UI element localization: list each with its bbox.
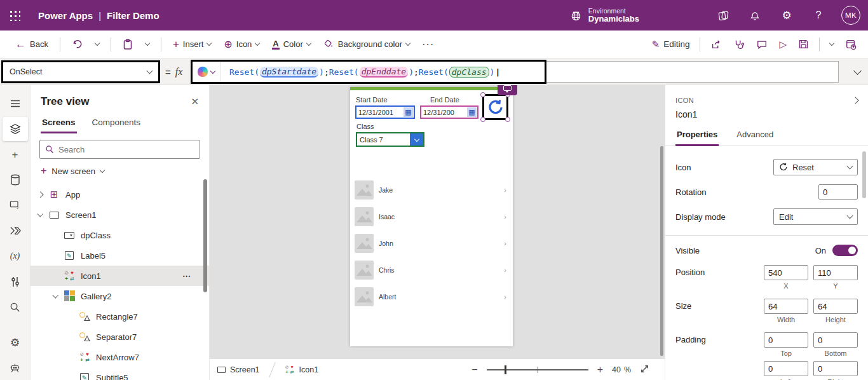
gallery-item[interactable]: Albert ›: [350, 283, 513, 310]
tree-item[interactable]: ⊞ ✎ ⊘♥+⇄ Icon1 ⋯: [31, 266, 209, 286]
tab-screens[interactable]: Screens: [41, 114, 77, 133]
rail-tree-view-icon[interactable]: [3, 117, 28, 141]
search-input[interactable]: [58, 145, 194, 154]
rail-advanced-tools-icon[interactable]: [3, 269, 28, 294]
publish-button[interactable]: [840, 35, 862, 54]
tree-item[interactable]: ⊞ ✎ ⊘♥+⇄ NextArrow7 ⋯: [31, 347, 209, 367]
insert-button[interactable]: + Insert: [168, 34, 216, 55]
visible-toggle[interactable]: [832, 245, 858, 256]
gallery-item[interactable]: Jake ›: [350, 177, 513, 203]
reset-icon-control-selected[interactable]: [482, 94, 508, 120]
comments-button[interactable]: [751, 35, 773, 54]
background-color-button[interactable]: Background color: [318, 35, 415, 53]
expand-chevron-icon[interactable]: [38, 214, 48, 216]
preview-play-button[interactable]: ▷: [774, 35, 792, 54]
zoom-slider[interactable]: [487, 369, 588, 370]
tab-advanced[interactable]: Advanced: [735, 127, 775, 146]
copilot-formula-button[interactable]: [193, 62, 220, 82]
tree-search-box[interactable]: [39, 140, 200, 159]
icon-dropdown[interactable]: Reset: [773, 159, 858, 175]
next-arrow-icon[interactable]: ›: [504, 293, 506, 301]
next-arrow-icon[interactable]: ›: [504, 213, 506, 221]
undo-menu-chevron[interactable]: [90, 39, 104, 49]
tree-item[interactable]: ⊞ ✎ ⊘♥+⇄ Subtitle5 ⋯: [31, 367, 209, 380]
rotation-input[interactable]: [818, 184, 858, 200]
panel-scrollbar[interactable]: [862, 151, 866, 198]
padding-top-input[interactable]: [764, 332, 808, 348]
rail-media-icon[interactable]: ♪: [3, 193, 28, 217]
start-date-picker[interactable]: 12/31/2001 ▦: [355, 105, 415, 119]
notifications-bell-icon[interactable]: [746, 6, 764, 24]
paste-button[interactable]: [118, 35, 138, 54]
rail-variables-icon[interactable]: (x): [3, 244, 28, 268]
help-icon[interactable]: ?: [810, 6, 827, 24]
tree-item[interactable]: ⊞ ✎ ⊘♥+⇄ Rectangle7 ⋯: [31, 306, 209, 327]
next-arrow-icon[interactable]: ›: [504, 186, 506, 194]
fit-to-window-icon[interactable]: [640, 364, 649, 376]
app-checker-button[interactable]: [728, 35, 750, 54]
undo-button[interactable]: [67, 35, 88, 53]
color-button[interactable]: A Color: [267, 36, 315, 53]
end-date-picker[interactable]: 12/31/200 ▦: [420, 105, 478, 119]
zoom-in-button[interactable]: +: [597, 364, 603, 376]
formula-highlight-box[interactable]: Reset(dpStartdate);Reset(dpEnddate);Rese…: [191, 60, 546, 84]
tree-item[interactable]: ⊞ ✎ ⊘♥+⇄ Screen1 ⋯: [31, 205, 209, 225]
save-menu-chevron[interactable]: [825, 39, 839, 49]
editing-mode-button[interactable]: ✎ Editing: [647, 35, 695, 54]
rail-search-icon[interactable]: [3, 295, 28, 319]
settings-gear-icon[interactable]: ⚙: [778, 6, 796, 24]
class-dropdown[interactable]: Class 7: [356, 132, 424, 147]
tree-item[interactable]: ⊞ ✎ ⊘♥+⇄ Separator7 ⋯: [31, 327, 209, 347]
expand-chevron-icon[interactable]: [38, 193, 48, 197]
position-y-input[interactable]: [813, 265, 858, 280]
calendar-icon[interactable]: ▦: [467, 107, 477, 117]
formula-code[interactable]: Reset(dpStartdate);Reset(dpEnddate);Rese…: [220, 67, 500, 78]
tree-item[interactable]: ⊞ ✎ ⊘♥+⇄ dpClass ⋯: [31, 225, 209, 245]
rail-power-automate-icon[interactable]: [3, 219, 28, 243]
rail-virtual-agent-icon[interactable]: [3, 356, 28, 380]
canvas-scrollbar[interactable]: [660, 146, 663, 356]
dropdown-button[interactable]: [410, 133, 423, 146]
gallery-item[interactable]: Chris ›: [350, 257, 513, 283]
calendar-icon[interactable]: ▦: [403, 107, 413, 117]
size-height-input[interactable]: [813, 299, 858, 314]
padding-bottom-input[interactable]: [813, 332, 858, 348]
padding-right-input[interactable]: [813, 361, 858, 376]
tree-scrollbar[interactable]: [203, 179, 207, 292]
save-button[interactable]: [793, 35, 814, 53]
breadcrumb-control[interactable]: Icon1: [299, 365, 319, 374]
paste-menu-chevron[interactable]: [140, 39, 154, 49]
app-artboard[interactable]: Start Date 12/31/2001 ▦ End Date 12/31/2…: [350, 87, 513, 346]
padding-left-input[interactable]: [764, 361, 808, 376]
selection-handle[interactable]: [505, 117, 510, 122]
next-arrow-icon[interactable]: ›: [504, 266, 506, 274]
selection-handle[interactable]: [480, 117, 485, 122]
back-button[interactable]: ← Back: [10, 34, 53, 55]
toolbar-overflow-button[interactable]: ···: [417, 36, 440, 53]
comment-badge[interactable]: [498, 85, 517, 95]
next-arrow-icon[interactable]: ›: [504, 240, 506, 247]
rail-menu-icon[interactable]: [3, 92, 28, 116]
user-avatar[interactable]: MK: [841, 6, 860, 25]
formula-bar-expand-button[interactable]: [855, 66, 860, 76]
tree-item[interactable]: ⊞ ✎ ⊘♥+⇄ Gallery2 ⋯: [31, 286, 209, 306]
tree-item[interactable]: ⊞ ✎ ⊘♥+⇄ App ⋯: [31, 184, 209, 205]
copilot-icon[interactable]: [714, 6, 732, 24]
selection-handle[interactable]: [480, 92, 485, 97]
gallery-item[interactable]: Isaac ›: [350, 203, 513, 230]
zoom-out-button[interactable]: −: [471, 364, 477, 376]
close-icon[interactable]: ✕: [191, 96, 199, 107]
environment-picker[interactable]: Environment Dynamiclabs: [570, 7, 639, 24]
rail-settings-gear-icon[interactable]: ⚙: [3, 330, 28, 355]
zoom-slider-thumb[interactable]: [505, 365, 506, 374]
breadcrumb-screen[interactable]: Screen1: [230, 365, 260, 374]
expand-chevron-icon[interactable]: [53, 295, 64, 297]
gallery-item[interactable]: John ›: [350, 230, 513, 257]
share-button[interactable]: [705, 35, 727, 54]
item-menu-ellipsis[interactable]: ⋯: [182, 271, 191, 281]
display-mode-dropdown[interactable]: Edit: [773, 208, 858, 225]
position-x-input[interactable]: [764, 265, 808, 280]
rail-insert-icon[interactable]: +: [3, 142, 28, 166]
tab-components[interactable]: Components: [91, 114, 142, 133]
waffle-menu-icon[interactable]: [0, 0, 29, 31]
